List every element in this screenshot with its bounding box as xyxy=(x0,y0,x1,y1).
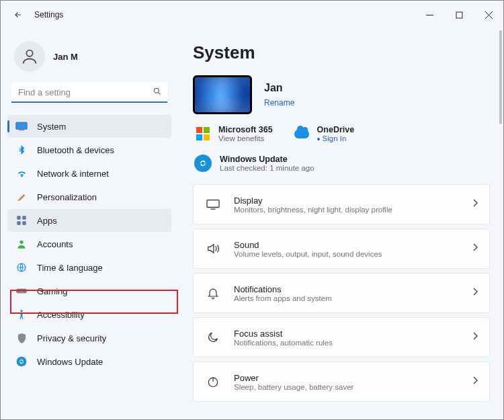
sidebar-item-windows-update[interactable]: Windows Update xyxy=(7,350,171,373)
sidebar-item-label: Network & internet xyxy=(37,169,109,179)
avatar-icon xyxy=(14,41,45,72)
sidebar: Jan M System Bluetooth & devices Network xyxy=(1,29,175,419)
chevron-right-icon xyxy=(472,198,478,210)
sound-icon xyxy=(204,240,222,257)
window-title: Settings xyxy=(34,10,63,19)
sidebar-item-privacy[interactable]: Privacy & security xyxy=(7,327,171,349)
sidebar-item-bluetooth[interactable]: Bluetooth & devices xyxy=(7,138,171,161)
minimize-button[interactable] xyxy=(415,1,444,29)
search-input[interactable] xyxy=(11,83,167,103)
onedrive-icon xyxy=(293,125,310,142)
onedrive-info[interactable]: OneDrive Sign In xyxy=(293,125,355,142)
chevron-right-icon xyxy=(472,287,478,299)
chevron-right-icon xyxy=(472,376,478,388)
sidebar-item-label: Privacy & security xyxy=(37,333,106,343)
device-name: Jan xyxy=(264,82,294,94)
svg-rect-4 xyxy=(19,130,24,130)
update-icon xyxy=(15,355,28,368)
sidebar-item-system[interactable]: System xyxy=(7,115,171,138)
chevron-right-icon xyxy=(472,331,478,343)
sidebar-item-label: Gaming xyxy=(37,286,68,296)
wifi-icon xyxy=(15,167,28,179)
svg-point-12 xyxy=(18,290,19,292)
card-notifications[interactable]: NotificationsAlerts from apps and system xyxy=(193,273,490,313)
card-sound[interactable]: SoundVolume levels, output, input, sound… xyxy=(193,228,490,269)
onedrive-sub: Sign In xyxy=(317,134,355,142)
settings-card-list: DisplayMonitors, brightness, night light… xyxy=(193,184,490,402)
svg-point-13 xyxy=(24,290,25,292)
sidebar-item-accessibility[interactable]: Accessibility xyxy=(7,303,171,326)
shield-icon xyxy=(15,332,28,344)
display-icon xyxy=(204,196,222,213)
svg-rect-11 xyxy=(16,289,28,294)
title-bar: Settings xyxy=(1,1,503,29)
sidebar-item-personalization[interactable]: Personalization xyxy=(7,185,171,208)
globe-icon xyxy=(15,261,28,274)
sidebar-item-time-language[interactable]: Time & language xyxy=(7,256,171,279)
card-display[interactable]: DisplayMonitors, brightness, night light… xyxy=(193,184,490,224)
bluetooth-icon xyxy=(15,144,28,156)
back-button[interactable] xyxy=(11,8,25,22)
maximize-button[interactable] xyxy=(444,1,474,29)
device-profile: Jan Rename xyxy=(193,75,490,114)
ms365-title: Microsoft 365 xyxy=(218,125,273,134)
sidebar-item-label: Personalization xyxy=(37,192,97,202)
ms365-sub: View benefits xyxy=(218,134,273,142)
sidebar-item-label: Windows Update xyxy=(37,357,103,367)
sidebar-item-network[interactable]: Network & internet xyxy=(7,162,171,185)
close-button[interactable] xyxy=(474,1,503,29)
rename-link[interactable]: Rename xyxy=(264,98,294,108)
svg-point-2 xyxy=(154,88,159,93)
svg-rect-0 xyxy=(456,12,462,18)
accessibility-icon xyxy=(15,308,28,321)
sidebar-item-accounts[interactable]: Accounts xyxy=(7,233,171,255)
desktop-preview[interactable] xyxy=(193,75,252,114)
search-box[interactable] xyxy=(11,83,167,103)
main-content: System Jan Rename Microsoft 365 View ben… xyxy=(175,29,503,419)
sidebar-item-gaming[interactable]: Gaming xyxy=(7,280,171,302)
svg-point-9 xyxy=(19,241,23,244)
moon-icon xyxy=(204,329,222,346)
sidebar-item-label: Accounts xyxy=(37,239,73,249)
svg-rect-5 xyxy=(17,216,20,219)
chevron-right-icon xyxy=(472,243,478,255)
svg-rect-16 xyxy=(207,200,219,208)
apps-icon xyxy=(15,214,28,226)
system-icon xyxy=(15,120,28,132)
update-sub: Last checked: 1 minute ago xyxy=(220,164,314,172)
power-icon xyxy=(204,373,222,390)
sidebar-item-apps[interactable]: Apps xyxy=(7,209,171,232)
svg-point-1 xyxy=(26,50,32,56)
svg-point-14 xyxy=(20,310,22,312)
search-icon xyxy=(153,87,162,99)
sidebar-item-label: Bluetooth & devices xyxy=(37,145,114,155)
page-title: System xyxy=(193,42,490,63)
sidebar-item-label: Time & language xyxy=(37,263,103,273)
brush-icon xyxy=(15,191,28,203)
accounts-icon xyxy=(15,238,28,250)
svg-rect-6 xyxy=(22,216,26,219)
update-title: Windows Update xyxy=(220,155,314,164)
onedrive-title: OneDrive xyxy=(317,125,355,134)
scrollbar[interactable] xyxy=(499,30,502,124)
update-status-icon xyxy=(194,155,212,172)
sidebar-item-label: System xyxy=(37,122,66,132)
card-focus-assist[interactable]: Focus assistNotifications, automatic rul… xyxy=(193,317,490,358)
microsoft365-icon xyxy=(194,125,212,142)
microsoft365-info[interactable]: Microsoft 365 View benefits xyxy=(194,125,273,142)
user-name: Jan M xyxy=(53,52,78,62)
card-power[interactable]: PowerSleep, battery usage, battery saver xyxy=(193,362,490,402)
gaming-icon xyxy=(15,285,28,297)
windows-update-status[interactable]: Windows Update Last checked: 1 minute ag… xyxy=(193,148,490,184)
svg-point-15 xyxy=(17,357,27,367)
svg-rect-7 xyxy=(17,221,20,224)
sidebar-item-label: Accessibility xyxy=(37,310,85,320)
svg-rect-8 xyxy=(22,221,26,224)
svg-rect-3 xyxy=(16,122,28,130)
bell-icon xyxy=(204,284,222,302)
sidebar-item-label: Apps xyxy=(37,216,57,226)
user-profile[interactable]: Jan M xyxy=(7,36,171,83)
nav-list: System Bluetooth & devices Network & int… xyxy=(7,115,171,373)
